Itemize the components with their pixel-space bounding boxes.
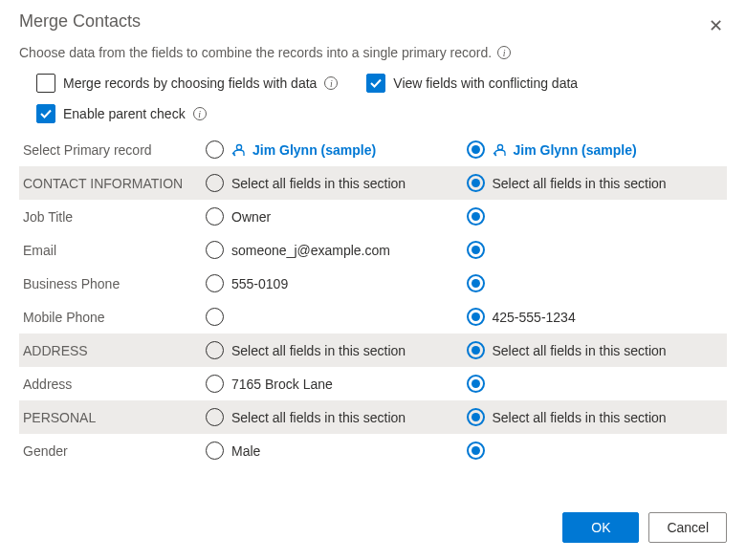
field-value-a: someone_j@example.com <box>206 241 467 259</box>
field-radio-b[interactable] <box>467 241 485 259</box>
view-conflicts-option[interactable]: View fields with conflicting data <box>366 74 578 93</box>
field-radio-a[interactable] <box>206 442 224 460</box>
field-row: Business Phone555-0109 <box>19 267 727 300</box>
section-selectall-text: Select all fields in this section <box>493 176 667 191</box>
section-header: CONTACT INFORMATIONSelect all fields in … <box>19 166 727 200</box>
field-value-a: 7165 Brock Lane <box>206 375 467 393</box>
record-b-column: Jim Glynn (sample) <box>467 140 728 159</box>
field-label: Email <box>19 243 206 258</box>
field-value-a: Owner <box>206 207 467 226</box>
primary-record-row: Select Primary recordJim Glynn (sample)J… <box>19 133 727 166</box>
enable-parent-check-option[interactable]: Enable parent check i <box>36 104 727 123</box>
section-selectall-a: Select all fields in this section <box>206 408 467 426</box>
field-value-a <box>206 308 467 326</box>
section-selectall-a: Select all fields in this section <box>206 174 467 192</box>
section-selectall-text: Select all fields in this section <box>493 410 667 425</box>
record-a-name-text: Jim Glynn (sample) <box>252 142 376 158</box>
field-value-text: Owner <box>231 209 271 225</box>
fields-scroll-area[interactable]: Select Primary recordJim Glynn (sample)J… <box>19 133 733 499</box>
field-value-text: 425-555-1234 <box>493 310 576 325</box>
field-value-b <box>467 241 728 259</box>
field-radio-a[interactable] <box>206 274 224 292</box>
section-header: ADDRESSSelect all fields in this section… <box>19 334 727 367</box>
field-value-b: 425-555-1234 <box>467 308 728 326</box>
section-selectall-radio-b[interactable] <box>467 174 485 192</box>
field-row: Mobile Phone425-555-1234 <box>19 300 727 334</box>
section-selectall-text: Select all fields in this section <box>231 176 406 191</box>
field-value-a: 555-0109 <box>206 274 467 292</box>
cancel-button[interactable]: Cancel <box>648 512 727 543</box>
field-value-text: 7165 Brock Lane <box>231 377 333 392</box>
merge-by-fields-option[interactable]: Merge records by choosing fields with da… <box>36 74 338 93</box>
primary-radio-b[interactable] <box>467 140 485 159</box>
options-panel: Merge records by choosing fields with da… <box>19 74 727 123</box>
field-value-text: Male <box>231 443 260 459</box>
select-primary-label: Select Primary record <box>19 142 206 158</box>
section-title: CONTACT INFORMATION <box>19 176 206 191</box>
view-conflicts-label: View fields with conflicting data <box>393 75 578 91</box>
field-row: Emailsomeone_j@example.com <box>19 233 727 267</box>
section-selectall-radio-b[interactable] <box>467 341 485 359</box>
section-selectall-text: Select all fields in this section <box>231 410 406 425</box>
section-selectall-radio-b[interactable] <box>467 408 485 426</box>
record-b-name-text: Jim Glynn (sample) <box>514 142 637 158</box>
section-title: ADDRESS <box>19 343 206 358</box>
field-label: Business Phone <box>19 276 206 291</box>
field-radio-b[interactable] <box>467 375 485 393</box>
field-radio-a[interactable] <box>206 375 224 393</box>
section-selectall-radio-a[interactable] <box>206 174 224 192</box>
section-title: PERSONAL <box>19 410 206 425</box>
merge-by-fields-checkbox[interactable] <box>36 74 55 93</box>
section-header: PERSONALSelect all fields in this sectio… <box>19 400 727 434</box>
info-icon[interactable]: i <box>324 76 338 90</box>
field-row: GenderMale <box>19 434 727 467</box>
field-value-text: 555-0109 <box>231 276 288 291</box>
enable-parent-check-checkbox[interactable] <box>36 104 55 123</box>
field-value-b <box>467 207 728 226</box>
section-selectall-b: Select all fields in this section <box>467 341 728 359</box>
field-row: Address7165 Brock Lane <box>19 367 727 400</box>
field-label: Job Title <box>19 209 206 225</box>
field-label: Mobile Phone <box>19 310 206 325</box>
section-selectall-b: Select all fields in this section <box>467 408 728 426</box>
dialog-subtitle: Choose data from the fields to combine t… <box>19 45 727 60</box>
section-selectall-radio-a[interactable] <box>206 341 224 359</box>
field-value-b <box>467 274 728 292</box>
section-selectall-a: Select all fields in this section <box>206 341 467 359</box>
ok-button[interactable]: OK <box>562 512 639 543</box>
field-radio-b[interactable] <box>467 274 485 292</box>
field-radio-b[interactable] <box>467 442 485 460</box>
record-b-name[interactable]: Jim Glynn (sample) <box>493 142 637 158</box>
primary-radio-a[interactable] <box>206 140 224 159</box>
close-button[interactable]: ✕ <box>705 11 727 40</box>
field-radio-a[interactable] <box>206 241 224 259</box>
enable-parent-check-label: Enable parent check <box>63 106 186 121</box>
field-radio-a[interactable] <box>206 207 224 226</box>
section-selectall-text: Select all fields in this section <box>231 343 406 358</box>
info-icon[interactable]: i <box>497 46 511 59</box>
field-radio-a[interactable] <box>206 308 224 326</box>
view-conflicts-checkbox[interactable] <box>366 74 385 93</box>
field-value-b <box>467 442 728 460</box>
field-value-text: someone_j@example.com <box>231 243 390 258</box>
subtitle-text: Choose data from the fields to combine t… <box>19 45 492 60</box>
merge-table: Select Primary recordJim Glynn (sample)J… <box>19 133 727 467</box>
section-selectall-text: Select all fields in this section <box>493 343 667 358</box>
field-label: Address <box>19 377 206 392</box>
section-selectall-radio-a[interactable] <box>206 408 224 426</box>
record-a-column: Jim Glynn (sample) <box>206 140 467 159</box>
merge-by-fields-label: Merge records by choosing fields with da… <box>63 75 317 91</box>
field-value-a: Male <box>206 442 467 460</box>
field-label: Gender <box>19 443 206 459</box>
dialog-footer: OK Cancel <box>19 499 727 560</box>
section-selectall-b: Select all fields in this section <box>467 174 728 192</box>
dialog-title: Merge Contacts <box>19 11 141 32</box>
contact-icon <box>493 142 508 158</box>
info-icon[interactable]: i <box>193 107 207 120</box>
contact-icon <box>231 142 247 158</box>
record-a-name[interactable]: Jim Glynn (sample) <box>231 142 376 158</box>
field-row: Job TitleOwner <box>19 200 727 233</box>
field-radio-b[interactable] <box>467 308 485 326</box>
field-value-b <box>467 375 728 393</box>
field-radio-b[interactable] <box>467 207 485 226</box>
